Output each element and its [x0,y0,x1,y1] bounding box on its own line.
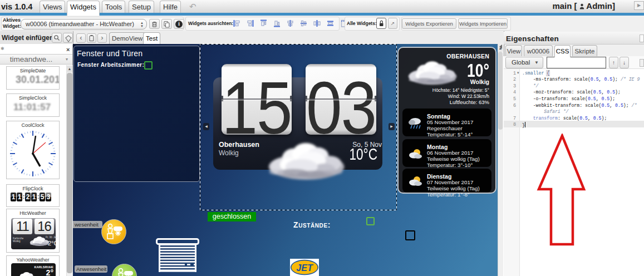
svg-text:JET: JET [296,263,313,273]
